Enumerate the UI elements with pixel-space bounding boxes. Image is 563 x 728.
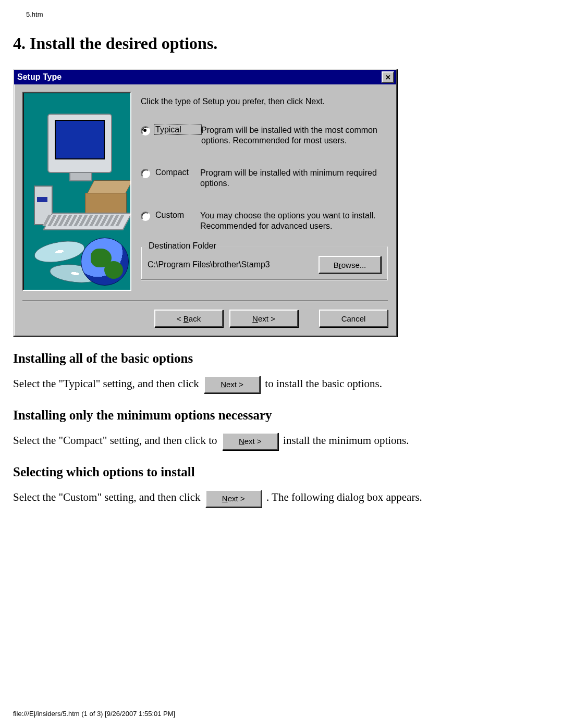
section-heading: Installing all of the basic options <box>13 351 550 366</box>
option-desc: Program will be installed with the most … <box>201 125 388 146</box>
wizard-artwork <box>22 92 131 291</box>
option-label: Compact <box>155 168 200 177</box>
radio-compact[interactable] <box>141 169 150 178</box>
destination-path: C:\Program Files\brother\Stamp3 <box>148 260 270 269</box>
cancel-button[interactable]: Cancel <box>319 310 388 327</box>
option-compact[interactable]: Compact Program will be installed with m… <box>141 168 388 189</box>
dialog-titlebar: Setup Type ✕ <box>14 70 396 84</box>
section-heading: Selecting which options to install <box>13 465 550 479</box>
globe-icon <box>81 238 129 286</box>
option-typical[interactable]: Typical Program will be installed with t… <box>141 125 388 146</box>
page-footer: file:///E|/insiders/5.htm (1 of 3) [9/26… <box>13 710 175 718</box>
inline-next-button[interactable]: Next > <box>205 490 262 508</box>
dialog-instruction: Click the type of Setup you prefer, then… <box>141 97 388 106</box>
option-label: Typical <box>154 125 201 134</box>
section-heading: Installing only the minimum options nece… <box>13 408 550 423</box>
radio-custom[interactable] <box>141 212 150 221</box>
close-icon: ✕ <box>385 74 391 81</box>
next-button[interactable]: Next > <box>229 310 298 327</box>
browse-button[interactable]: Browse... <box>319 256 381 274</box>
section-body: Select the "Custom" setting, and then cl… <box>13 489 550 507</box>
doc-crumb: 5.htm <box>26 10 550 18</box>
radio-typical[interactable] <box>141 126 150 135</box>
section-body: Select the "Compact" setting, and then c… <box>13 432 550 450</box>
setup-type-dialog: Setup Type ✕ <box>13 69 397 337</box>
close-button[interactable]: ✕ <box>382 71 394 83</box>
inline-next-button[interactable]: Next > <box>222 433 278 450</box>
destination-folder-group: Destination Folder C:\Program Files\brot… <box>141 246 388 280</box>
disc-icon <box>32 238 86 266</box>
inline-next-button[interactable]: Next > <box>204 376 260 393</box>
option-custom[interactable]: Custom You may choose the options you wa… <box>141 211 388 231</box>
group-title: Destination Folder <box>146 241 218 251</box>
section-body: Select the "Typical" setting, and then c… <box>13 375 550 393</box>
dialog-title: Setup Type <box>17 72 62 82</box>
option-desc: You may choose the options you want to i… <box>200 211 388 231</box>
option-label: Custom <box>155 211 200 220</box>
back-button[interactable]: < Back <box>154 310 223 327</box>
page-title: 4. Install the desired options. <box>13 34 550 53</box>
option-desc: Program will be installed with minimum r… <box>200 168 388 189</box>
